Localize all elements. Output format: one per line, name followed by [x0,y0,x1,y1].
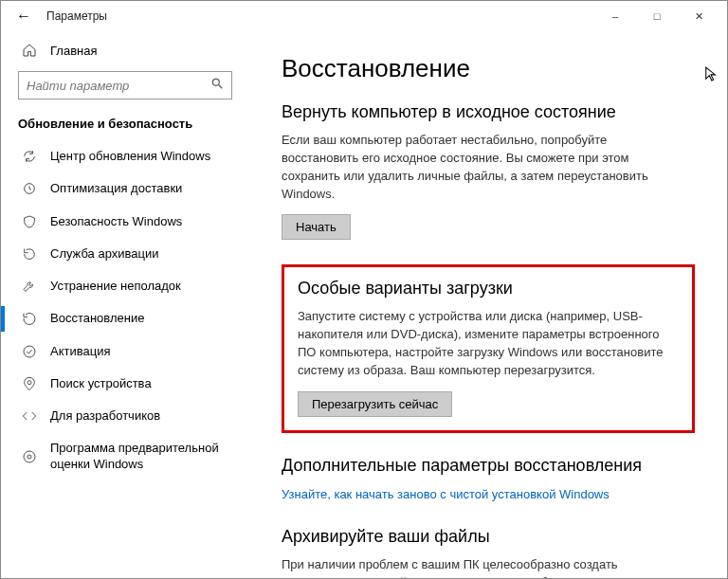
wrench-icon [22,279,37,294]
check-icon [22,344,37,359]
sidebar-item-update[interactable]: Центр обновления Windows [1,140,249,172]
reset-section: Вернуть компьютер в исходное состояние Е… [282,102,695,240]
search-icon [210,77,224,94]
more-title: Дополнительные параметры восстановления [282,456,695,476]
back-button[interactable]: ← [9,8,39,25]
sidebar-item-security[interactable]: Безопасность Windows [1,206,249,238]
sidebar-item-delivery[interactable]: Оптимизация доставки [1,172,249,205]
sidebar-item-activation[interactable]: Активация [1,335,249,368]
maximize-button[interactable]: □ [636,3,678,29]
backup-title: Архивируйте ваши файлы [282,527,695,547]
more-options-section: Дополнительные параметры восстановления … [282,456,695,502]
recovery-icon [22,311,37,326]
cursor-icon [704,65,718,86]
search-input[interactable] [27,79,210,93]
backup-section: Архивируйте ваши файлы При наличии пробл… [282,527,695,578]
insider-icon [22,449,37,464]
advanced-title: Особые варианты загрузки [298,279,679,299]
sidebar-item-findmydevice[interactable]: Поиск устройства [1,368,249,400]
content-pane: Восстановление Вернуть компьютер в исход… [249,31,727,578]
sidebar-nav: Центр обновления Windows Оптимизация дос… [1,140,249,480]
page-title: Восстановление [282,54,695,83]
close-button[interactable]: ✕ [678,3,719,29]
svg-point-6 [27,455,31,459]
home-label: Главная [50,44,97,58]
sync-icon [22,149,37,164]
svg-line-1 [219,85,223,89]
home-icon [22,43,37,58]
sidebar-section-title: Обновление и безопасность [1,113,249,140]
reset-body: Если ваш компьютер работает нестабильно,… [282,132,680,203]
reset-title: Вернуть компьютер в исходное состояние [282,102,695,122]
window-title: Параметры [46,9,107,23]
svg-point-0 [212,79,219,85]
titlebar: ← Параметры – □ ✕ [1,1,727,31]
code-icon [22,408,37,424]
backup-icon [22,246,37,262]
search-box[interactable] [18,71,232,100]
minimize-button[interactable]: – [594,3,636,29]
backup-body: При наличии проблем с вашим ПК целесообр… [282,556,680,578]
sidebar-item-troubleshoot[interactable]: Устранение неполадок [1,270,249,302]
sidebar: Главная Обновление и безопасность Центр … [1,31,249,578]
svg-point-5 [24,451,35,462]
sidebar-item-recovery[interactable]: Восстановление [1,302,249,335]
sidebar-item-developers[interactable]: Для разработчиков [1,400,249,432]
shield-icon [22,214,37,229]
svg-point-4 [27,381,31,385]
advanced-startup-section: Особые варианты загрузки Запустите систе… [282,264,695,432]
fresh-start-link[interactable]: Узнайте, как начать заново с чистой уста… [282,487,610,501]
restart-now-button[interactable]: Перезагрузить сейчас [298,391,452,417]
reset-button[interactable]: Начать [282,214,351,240]
home-nav[interactable]: Главная [1,37,249,67]
advanced-body: Запустите систему с устройства или диска… [298,308,679,379]
delivery-icon [22,181,37,196]
sidebar-item-insider[interactable]: Программа предварительной оценки Windows [1,432,249,480]
location-icon [22,376,37,391]
svg-point-3 [24,346,35,357]
sidebar-item-backup[interactable]: Служба архивации [1,238,249,270]
